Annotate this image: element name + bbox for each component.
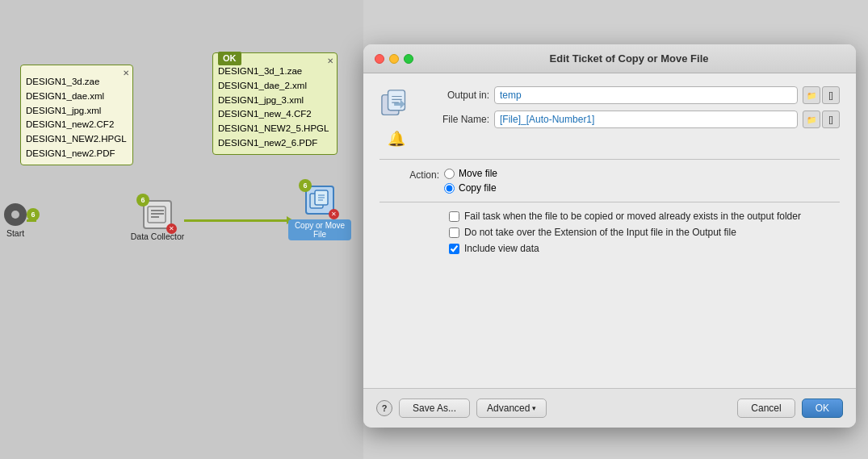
svg-rect-10 [388, 90, 405, 111]
action-radio-group: Move file Copy file [444, 168, 497, 194]
advanced-label: Advanced [487, 403, 530, 414]
checkbox-rows: Fail task when the file to be copied or … [449, 211, 840, 254]
file-item: DESIGN1_new2.CF2 [26, 118, 128, 132]
file-name-input[interactable] [494, 111, 798, 128]
checkbox-no-extension-label: Do not take over the Extension of the In… [464, 227, 736, 238]
error-badge-collector: ✕ [166, 223, 177, 234]
output-in-label: Output in: [425, 90, 489, 101]
file-item: DESIGN1_new2_6.PDF [218, 136, 332, 151]
traffic-lights [375, 54, 413, 64]
footer-right: Cancel OK [737, 398, 843, 418]
file-name-label: File Name: [425, 114, 489, 125]
ok-button[interactable]: OK [802, 398, 843, 418]
copy-file-icon [379, 88, 413, 122]
close-right-icon[interactable]: ✕ [327, 55, 333, 68]
output-in-folder-btn[interactable]: 📁 [803, 86, 820, 104]
copy-move-label: Copy or MoveFile [288, 219, 351, 240]
radio-copy-label: Copy file [459, 182, 497, 194]
file-item: DESIGN1_3d.zae [26, 75, 128, 90]
badge-right: 6 [299, 179, 312, 192]
start-node[interactable] [4, 203, 27, 226]
divider-2 [379, 202, 840, 202]
dialog-title: Edit Ticket of Copy or Move File [413, 52, 845, 65]
checkbox-include-view-label: Include view data [464, 243, 539, 254]
badge-middle: 6 [136, 194, 149, 207]
bell-icon: 🔔 [388, 130, 405, 148]
close-left-icon[interactable]: ✕ [123, 67, 129, 80]
file-item: DESIGN1_dae_2.xml [218, 79, 332, 94]
file-name-bracket-btn[interactable]: [] [822, 111, 840, 128]
file-item: DESIGN1_jpg.xml [26, 104, 128, 119]
close-traffic-light[interactable] [375, 54, 384, 64]
icon-area: 🔔 [379, 88, 413, 148]
data-collector-label: Data Collector [131, 232, 185, 241]
content-area [379, 254, 840, 375]
checkbox-include-view[interactable] [449, 244, 459, 254]
save-as-button[interactable]: Save As... [399, 398, 470, 418]
minimize-traffic-light[interactable] [389, 54, 399, 64]
badge-left: 6 [27, 208, 40, 221]
dialog: Edit Ticket of Copy or Move File 🔔 [363, 44, 856, 428]
top-section: 🔔 Output in: 📁 [] File Name: 📁 [379, 86, 840, 148]
error-badge-copy: ✕ [329, 209, 339, 219]
dialog-footer: ? Save As... Advanced ▾ Cancel OK [363, 388, 856, 428]
file-item: DESIGN1_3d_1.zae [218, 65, 332, 79]
checkbox-no-extension[interactable] [449, 227, 459, 238]
output-in-bracket-btn[interactable]: [] [822, 86, 840, 104]
svg-rect-0 [148, 207, 166, 223]
checkbox-row-1: Fail task when the file to be copied or … [449, 211, 840, 222]
checkbox-row-2: Do not take over the Extension of the In… [449, 227, 840, 238]
file-box-right: OK ✕ DESIGN1_3d_1.zae DESIGN1_dae_2.xml … [212, 52, 338, 155]
radio-move[interactable] [444, 169, 455, 179]
action-row: Action: Move file Copy file [379, 168, 840, 194]
radio-move-row: Move file [444, 168, 497, 179]
start-label: Start [6, 228, 24, 238]
file-item: DESIGN1_NEW2.HPGL [26, 132, 128, 147]
workflow-canvas: ✕ DESIGN1_3d.zae DESIGN1_dae.xml DESIGN1… [0, 0, 363, 459]
fields-area: Output in: 📁 [] File Name: 📁 [] [425, 86, 840, 135]
divider-1 [379, 159, 840, 160]
file-name-row: File Name: 📁 [] [425, 111, 840, 128]
advanced-button[interactable]: Advanced ▾ [476, 398, 547, 418]
file-item: DESIGN1_NEW2_5.HPGL [218, 122, 332, 136]
output-in-row: Output in: 📁 [] [425, 86, 840, 104]
dialog-titlebar: Edit Ticket of Copy or Move File [363, 44, 856, 73]
file-box-left: ✕ DESIGN1_3d.zae DESIGN1_dae.xml DESIGN1… [20, 65, 133, 165]
checkbox-fail-task[interactable] [449, 211, 459, 222]
output-in-btn-group: 📁 [] [803, 86, 840, 104]
cancel-button[interactable]: Cancel [737, 398, 795, 418]
checkbox-fail-task-label: Fail task when the file to be copied or … [464, 211, 801, 222]
file-item: DESIGN1_new_4.CF2 [218, 107, 332, 122]
radio-copy-row: Copy file [444, 182, 497, 194]
maximize-traffic-light[interactable] [404, 54, 413, 64]
action-label: Action: [379, 168, 444, 181]
checkbox-row-3: Include view data [449, 243, 840, 254]
file-item: DESIGN1_new2.PDF [26, 147, 128, 161]
footer-left: ? [376, 400, 392, 416]
dialog-body: 🔔 Output in: 📁 [] File Name: 📁 [363, 73, 856, 388]
radio-copy[interactable] [444, 183, 455, 194]
file-item: DESIGN1_jpg_3.xml [218, 94, 332, 108]
file-name-folder-btn[interactable]: 📁 [803, 111, 820, 128]
output-in-input[interactable] [494, 86, 798, 104]
radio-move-label: Move file [459, 168, 497, 179]
file-item: DESIGN1_dae.xml [26, 90, 128, 104]
file-name-btn-group: 📁 [] [803, 111, 840, 128]
help-button[interactable]: ? [376, 400, 392, 416]
ok-label: OK [218, 52, 241, 65]
chevron-down-icon: ▾ [532, 404, 536, 412]
